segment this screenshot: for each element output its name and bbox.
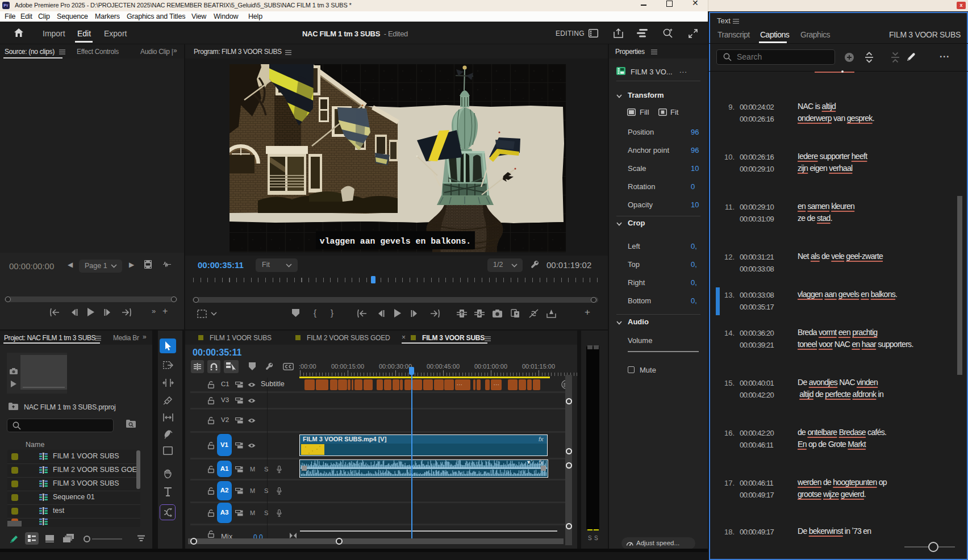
- svg-text:vlaggen aan gevels en balkons.: vlaggen aan gevels en balkons.: [320, 237, 471, 246]
